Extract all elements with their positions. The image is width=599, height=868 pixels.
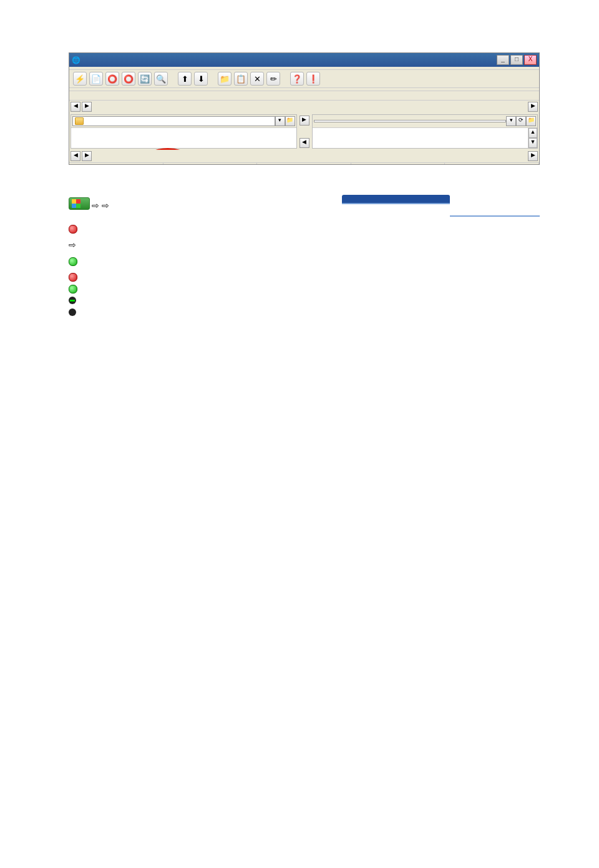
path-browse-button[interactable]: 📁 — [285, 116, 295, 126]
arrow-icon: ⇨ — [92, 200, 99, 210]
queue-next-button[interactable]: ▶ — [82, 151, 92, 161]
arrow-icon: ⇨ — [102, 200, 109, 210]
scrollbar[interactable]: ▲ ▼ — [528, 128, 537, 148]
command-row — [69, 91, 539, 101]
remote-file-list[interactable] — [313, 128, 528, 148]
minimize-button[interactable]: _ — [497, 55, 509, 65]
pane-next-button[interactable]: ▶ — [82, 102, 92, 112]
scroll-up-button[interactable]: ▲ — [528, 128, 537, 138]
toolbar-button[interactable]: ⬇ — [194, 72, 208, 86]
col-status — [445, 163, 539, 164]
col-host — [351, 163, 446, 164]
col-size — [163, 163, 258, 164]
left-paragraph-3: ⇨ — [69, 239, 337, 252]
local-pane: ▾ 📁 — [71, 114, 297, 149]
apache2triad-submenu[interactable] — [450, 215, 540, 217]
paragraph-3 — [69, 179, 540, 190]
toolbar-button[interactable]: ⬆ — [178, 72, 192, 86]
windows-logo-icon — [72, 199, 80, 208]
maximize-button[interactable]: □ — [510, 55, 523, 65]
app-icon: 🌐 — [72, 56, 80, 64]
path-dropdown-button[interactable]: ▾ — [506, 116, 516, 126]
path-browse-button[interactable]: 📁 — [526, 116, 536, 126]
remote-pane: ▾ ⟳ 📁 ▲ ▼ — [312, 114, 538, 149]
ftp-window: 🌐 _ □ X ⚡ 📄 ⭕ ⭕ 🔄 🔍 ⬆ — [69, 52, 540, 165]
toolbar-button[interactable]: 🔄 — [138, 72, 152, 86]
folder-icon — [75, 117, 84, 125]
right-column — [342, 195, 540, 323]
queue-scroll-button[interactable]: ▶ — [528, 151, 538, 161]
apache-red-icon — [69, 273, 77, 282]
close-button[interactable]: X — [524, 55, 537, 65]
mysql-off-icon — [69, 308, 76, 316]
panes: ▾ 📁 ▶ ◀ ▾ ⟳ — [69, 113, 539, 150]
toolbar-button[interactable]: ⭕ — [105, 72, 119, 86]
toolbar-button[interactable]: ⚡ — [73, 72, 87, 86]
toolbar-button[interactable]: ⭕ — [122, 72, 135, 86]
remote-path-input[interactable] — [314, 120, 507, 122]
toolbar-button[interactable]: ✏ — [266, 72, 280, 86]
toolbar-button[interactable]: 📋 — [234, 72, 248, 86]
queue-prev-button[interactable]: ◀ — [71, 151, 80, 161]
toolbar-button[interactable]: ✕ — [250, 72, 264, 86]
transfer-right-button[interactable]: ▶ — [300, 116, 309, 126]
titlebar[interactable]: 🌐 _ □ X — [69, 53, 539, 67]
path-dropdown-button[interactable]: ▾ — [275, 116, 285, 126]
transfer-left-button[interactable]: ◀ — [300, 138, 309, 148]
toolbar: ⚡ 📄 ⭕ ⭕ 🔄 🔍 ⬆ ⬇ 📁 📋 ✕ ✏ ❓ ❗ — [69, 70, 539, 88]
start-menu[interactable] — [342, 203, 450, 204]
toolbar-button[interactable]: 🔍 — [154, 72, 168, 86]
local-path-input[interactable] — [72, 116, 275, 126]
apache-green-icon — [69, 285, 77, 293]
bottom-status-bar — [69, 162, 539, 164]
arrow-icon: ⇨ — [69, 240, 76, 250]
left-paragraph-4 — [69, 256, 337, 267]
left-column: ⇨ ⇨ ⇨ — [69, 195, 337, 323]
pane-scroll-button[interactable]: ▶ — [528, 102, 538, 112]
local-file-list[interactable] — [71, 128, 296, 148]
scroll-down-button[interactable]: ▼ — [528, 138, 537, 148]
toolbar-button[interactable]: 📁 — [218, 72, 231, 86]
start-button[interactable] — [69, 197, 90, 210]
toolbar-button[interactable]: 📄 — [89, 72, 103, 86]
pane-prev-button[interactable]: ◀ — [71, 102, 80, 112]
mysql-on-icon — [69, 297, 76, 304]
left-paragraph-2 — [69, 224, 337, 234]
toolbar-button[interactable]: ❗ — [306, 72, 320, 86]
apache-red-icon — [69, 225, 77, 234]
col-local — [69, 163, 163, 164]
path-refresh-button[interactable]: ⟳ — [516, 116, 526, 126]
apache-green-icon — [69, 257, 77, 266]
col-remote — [257, 163, 351, 164]
toolbar-button[interactable]: ❓ — [290, 72, 304, 86]
